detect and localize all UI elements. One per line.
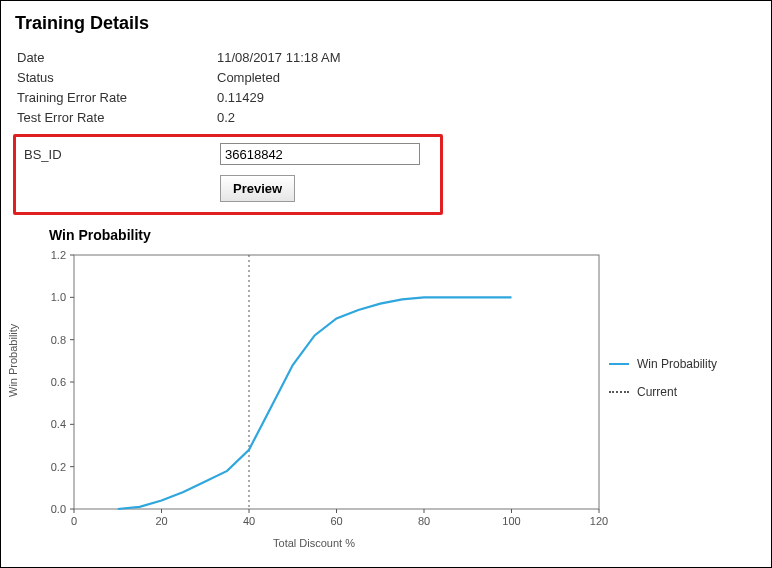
legend-current-label: Current <box>637 385 677 399</box>
y-axis-label: Win Probability <box>7 324 19 397</box>
svg-text:0.0: 0.0 <box>51 503 66 515</box>
svg-text:1.0: 1.0 <box>51 291 66 303</box>
legend-item-current: Current <box>609 385 717 399</box>
svg-rect-0 <box>74 255 599 509</box>
legend-dash-icon <box>609 391 629 393</box>
x-axis-label: Total Discount % <box>273 537 355 549</box>
svg-text:0.4: 0.4 <box>51 418 66 430</box>
status-value: Completed <box>217 68 280 88</box>
svg-text:40: 40 <box>243 515 255 527</box>
train-error-rate-label: Training Error Rate <box>17 88 217 108</box>
preview-button[interactable]: Preview <box>220 175 295 202</box>
chart-svg: 0.00.20.40.60.81.01.2020406080100120 <box>19 247 609 547</box>
win-probability-chart-wrap: 0.00.20.40.60.81.01.2020406080100120 Win… <box>13 247 759 547</box>
svg-text:0.2: 0.2 <box>51 461 66 473</box>
test-error-rate-value: 0.2 <box>217 108 235 128</box>
page-title: Training Details <box>15 13 759 34</box>
train-error-rate-value: 0.11429 <box>217 88 264 108</box>
legend-line-icon <box>609 363 629 365</box>
test-error-rate-label: Test Error Rate <box>17 108 217 128</box>
svg-text:80: 80 <box>418 515 430 527</box>
details-table: Date 11/08/2017 11:18 AM Status Complete… <box>17 48 759 128</box>
bsid-input[interactable] <box>220 143 420 165</box>
svg-text:0: 0 <box>71 515 77 527</box>
bsid-label: BS_ID <box>24 147 220 162</box>
date-value: 11/08/2017 11:18 AM <box>217 48 341 68</box>
svg-text:120: 120 <box>590 515 608 527</box>
svg-text:1.2: 1.2 <box>51 249 66 261</box>
svg-text:60: 60 <box>330 515 342 527</box>
status-label: Status <box>17 68 217 88</box>
svg-text:0.6: 0.6 <box>51 376 66 388</box>
svg-text:0.8: 0.8 <box>51 334 66 346</box>
date-label: Date <box>17 48 217 68</box>
legend-series-label: Win Probability <box>637 357 717 371</box>
win-probability-chart: 0.00.20.40.60.81.01.2020406080100120 Win… <box>19 247 609 547</box>
svg-text:100: 100 <box>502 515 520 527</box>
preview-form-highlight: BS_ID Preview <box>13 134 443 215</box>
training-details-panel: Training Details Date 11/08/2017 11:18 A… <box>0 0 772 568</box>
chart-title: Win Probability <box>49 227 759 243</box>
chart-legend: Win Probability Current <box>609 357 717 413</box>
legend-item-win-probability: Win Probability <box>609 357 717 371</box>
svg-text:20: 20 <box>155 515 167 527</box>
